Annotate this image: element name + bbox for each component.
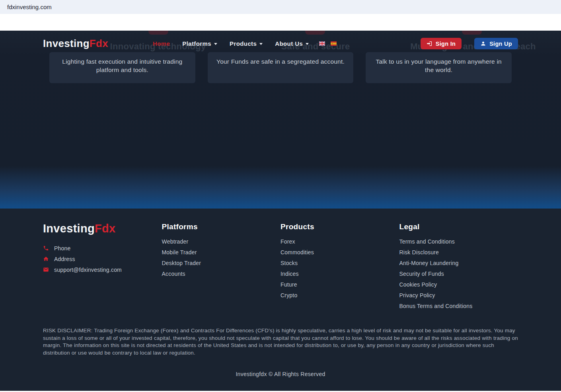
footer-column-heading: Legal [399, 222, 518, 231]
copyright-text: Investingfdx © All Rights Reserved [43, 371, 518, 377]
footer-link-indices[interactable]: Indices [280, 271, 399, 281]
footer-products-column: Products Forex Commodities Stocks Indice… [280, 222, 399, 314]
footer-contact-list: Phone Address support@fdxi [43, 243, 162, 275]
logo-text-white: Investing [43, 37, 90, 49]
uk-flag-icon[interactable] [319, 41, 325, 46]
logo-text-white: Investing [43, 222, 95, 235]
site-logo[interactable]: InvestingFdx [43, 37, 108, 50]
footer-brand-column: InvestingFdx Phone Address [43, 222, 162, 314]
nav-item-platforms[interactable]: Platforms [182, 40, 217, 47]
navbar: InvestingFdx Home Platforms Products Abo… [43, 31, 518, 52]
footer: InvestingFdx Phone Address [0, 209, 561, 391]
nav-item-home[interactable]: Home [153, 40, 170, 47]
chevron-down-icon [214, 43, 217, 45]
footer-column-heading: Products [280, 222, 399, 231]
footer-link-stocks[interactable]: Stocks [280, 260, 399, 271]
nav-item-label: About Us [275, 40, 303, 47]
footer-link-security-of-funds[interactable]: Security of Funds [399, 271, 518, 281]
nav-item-products[interactable]: Products [230, 40, 263, 47]
footer-logo[interactable]: InvestingFdx [43, 222, 162, 235]
browser-address-bar[interactable]: fdxinvesting.com [0, 0, 561, 14]
nav-item-label: Home [153, 40, 170, 47]
contact-label: support@fdxinvesting.com [54, 267, 122, 273]
nav-item-label: Platforms [182, 40, 211, 47]
home-icon [43, 256, 49, 262]
feature-cards: Lighting fast execution and intuitive tr… [43, 52, 518, 83]
contact-email[interactable]: support@fdxinvesting.com [43, 264, 162, 275]
footer-link-privacy-policy[interactable]: Privacy Policy [399, 292, 518, 303]
top-white-gap [0, 14, 561, 31]
sign-in-label: Sign In [436, 41, 456, 47]
footer-link-commodities[interactable]: Commodities [280, 249, 399, 260]
person-icon [480, 41, 486, 47]
footer-column-heading: Platforms [162, 222, 281, 231]
sign-up-button[interactable]: Sign Up [474, 38, 518, 49]
footer-columns: InvestingFdx Phone Address [43, 222, 518, 314]
contact-label: Phone [54, 245, 70, 252]
footer-link-future[interactable]: Future [280, 281, 399, 292]
envelope-icon [43, 267, 49, 273]
footer-link-cookies-policy[interactable]: Cookies Policy [399, 281, 518, 292]
chevron-down-icon [259, 43, 263, 45]
feature-card-safety: Your Funds are safe in a segregated acco… [208, 52, 354, 83]
chevron-down-icon [306, 43, 309, 45]
feature-card-text: Talk to us in your language from anywher… [374, 57, 504, 74]
sign-in-icon [427, 41, 432, 47]
footer-link-terms[interactable]: Terms and Conditions [399, 238, 518, 249]
contact-address[interactable]: Address [43, 254, 162, 264]
footer-link-bonus-terms[interactable]: Bonus Terms and Conditions [399, 303, 518, 314]
feature-card-text: Lighting fast execution and intuitive tr… [57, 57, 187, 74]
nav-item-label: Products [230, 40, 257, 47]
url-text: fdxinvesting.com [7, 4, 52, 10]
footer-link-accounts[interactable]: Accounts [162, 271, 281, 281]
spain-flag-icon[interactable] [331, 41, 337, 46]
footer-link-webtrader[interactable]: Webtrader [162, 238, 281, 249]
sign-up-label: Sign Up [489, 41, 512, 47]
nav-item-about-us[interactable]: About Us [275, 40, 309, 47]
footer-link-risk-disclosure[interactable]: Risk Disclosure [399, 249, 518, 260]
footer-legal-column: Legal Terms and Conditions Risk Disclosu… [399, 222, 518, 314]
contact-label: Address [54, 256, 75, 262]
risk-disclaimer: RISK DISCLAIMER: Trading Foreign Exchang… [43, 327, 518, 357]
feature-card-multilingual: Talk to us in your language from anywher… [366, 52, 512, 83]
contact-phone[interactable]: Phone [43, 243, 162, 254]
footer-link-mobile-trader[interactable]: Mobile Trader [162, 249, 281, 260]
footer-link-crypto[interactable]: Crypto [280, 292, 399, 303]
feature-card-text: Your Funds are safe in a segregated acco… [216, 57, 346, 66]
page: fdxinvesting.com Innovating technology S… [0, 0, 561, 392]
feature-card-technology: Lighting fast execution and intuitive tr… [49, 52, 195, 83]
language-switcher [319, 41, 337, 46]
nav-buttons: Sign In Sign Up [421, 38, 518, 49]
logo-text-red: Fdx [90, 37, 108, 49]
footer-link-desktop-trader[interactable]: Desktop Trader [162, 260, 281, 271]
nav-links: Home Platforms Products About Us [153, 40, 309, 47]
logo-text-red: Fdx [95, 222, 115, 235]
phone-icon [43, 245, 49, 251]
footer-link-forex[interactable]: Forex [280, 238, 399, 249]
footer-link-aml[interactable]: Anti-Money Laundering [399, 260, 518, 271]
footer-platforms-column: Platforms Webtrader Mobile Trader Deskto… [162, 222, 281, 314]
sign-in-button[interactable]: Sign In [421, 38, 462, 49]
hero-section: Innovating technology Safe and secure Mu… [0, 31, 561, 209]
